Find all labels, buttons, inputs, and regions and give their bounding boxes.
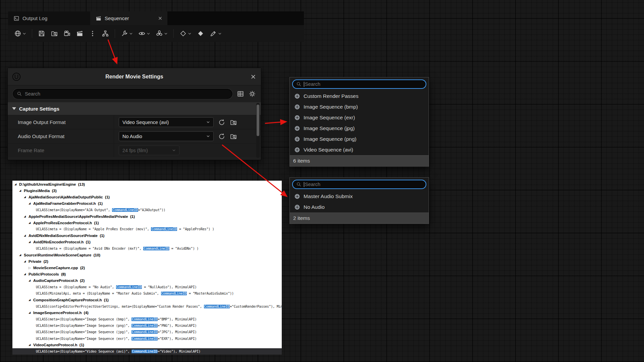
expanded-arrow-icon[interactable]: ◢ [29, 222, 33, 224]
result-code-row[interactable]: UCLASS(meta=(DisplayName="Video Sequence… [12, 348, 282, 355]
result-code-row[interactable]: UCLASS(meta=(DisplayName="Image Sequence… [12, 336, 282, 342]
result-tree-row[interactable]: ◢AppleProResMedia\Source\AppleProResMedi… [12, 213, 282, 220]
audio-output-format-dropdown[interactable]: No Audio [119, 131, 214, 141]
ellipsis-vertical-button[interactable] [87, 28, 98, 39]
tab-sequencer[interactable]: Sequencer [90, 11, 167, 25]
wrench-button[interactable] [119, 28, 135, 39]
format-popup-list: Custom Render PassesImage Sequence (bmp)… [290, 91, 429, 155]
close-icon[interactable] [158, 16, 162, 20]
settings-search-box[interactable] [13, 89, 232, 99]
result-tree-row[interactable]: ◢VideoCaptureProtocol.h (1) [12, 342, 282, 348]
expanded-arrow-icon[interactable]: ◢ [19, 189, 24, 192]
setting-row-frame-rate: Frame Rate24 fps (film) [8, 143, 261, 157]
settings-search-input[interactable] [25, 91, 228, 97]
dialog-title: Render Movie Settings [8, 74, 261, 80]
class-sphere-icon [294, 147, 300, 153]
result-tree-row[interactable]: ◢D:\github\UnrealEngine\Engine (13) [12, 181, 282, 187]
result-code-row[interactable]: UCLASS(meta = (DisplayName = "Avid DNx E… [12, 245, 282, 252]
class-sphere-icon [294, 193, 300, 199]
use-selected-icon[interactable] [218, 133, 225, 140]
result-code-row[interactable]: UCLASS(meta=(DisplayName="Image Sequence… [12, 322, 282, 329]
sequencer-window: Output Log Sequencer [8, 11, 304, 42]
eye-button[interactable] [136, 28, 152, 39]
popup-search-box[interactable] [292, 180, 426, 189]
popup-search-input[interactable] [305, 182, 422, 187]
save-button[interactable] [36, 28, 47, 39]
result-code-row[interactable]: UCLASS(meta=(DisplayName="Image Sequence… [12, 329, 282, 335]
tab-output-log[interactable]: Output Log [8, 11, 90, 25]
keyframe-diamond-filled-button[interactable] [195, 28, 206, 39]
expanded-arrow-icon[interactable]: ◢ [14, 183, 19, 186]
popup-item-no-audio[interactable]: No Audio [290, 202, 429, 213]
popup-item-label: Video Sequence (avi) [304, 147, 353, 153]
result-tree-row[interactable]: ▷MovieSceneCapture.cpp (2) [12, 264, 282, 271]
use-selected-icon[interactable] [218, 119, 225, 126]
popup-item-image-sequence-png[interactable]: Image Sequence (png) [290, 134, 429, 144]
curve-pen-button[interactable] [208, 28, 224, 39]
result-tree-row[interactable]: ◢AjaMedia\Source\AjaMediaOutput\Public (… [12, 194, 282, 200]
scrollbar-thumb[interactable] [257, 105, 259, 136]
expanded-arrow-icon[interactable]: ◢ [24, 215, 29, 218]
hierarchy-button[interactable] [100, 28, 111, 39]
camera-button[interactable] [61, 28, 73, 39]
result-code-row[interactable]: UCLASS(MinimalApi, meta = (DisplayName =… [12, 290, 282, 297]
expanded-arrow-icon[interactable]: ◢ [29, 202, 33, 205]
browse-icon[interactable] [230, 133, 237, 140]
result-code-row[interactable]: UCLASS(meta = (DisplayName = "No Audio",… [12, 284, 282, 290]
find-in-content-browser-button[interactable] [49, 28, 60, 39]
result-code-row[interactable]: UCLASS(meta = (DisplayName = "Apple ProR… [12, 226, 282, 232]
result-code-row[interactable]: UCLASS(meta=(DisplayName="Image Sequence… [12, 316, 282, 322]
result-code-row[interactable]: UCLASS(config=EditorPerProjectUserSettin… [12, 303, 282, 310]
result-tree-row[interactable]: ◢AvidDNxMedia\Source\Source\Private (1) [12, 233, 282, 239]
popup-item-custom-render-passes[interactable]: Custom Render Passes [290, 91, 429, 102]
globe-button[interactable] [12, 28, 28, 39]
result-tree-row[interactable]: ◢Private (2) [12, 258, 282, 264]
expanded-arrow-icon[interactable]: ◢ [29, 279, 33, 282]
popup-item-image-sequence-exr[interactable]: Image Sequence (exr) [290, 112, 429, 123]
result-path-text: AppleProResMedia\Source\AppleProResMedia… [29, 215, 135, 219]
search-match-highlight: CommandLineID [161, 292, 187, 295]
chevron-down-icon [129, 32, 133, 36]
result-tree-row[interactable]: ◢AvidDNxEncoderProtocol.h (1) [12, 239, 282, 245]
browse-icon[interactable] [230, 119, 237, 126]
popup-item-master-audio-submix[interactable]: Master Audio Submix [290, 191, 429, 202]
expanded-arrow-icon[interactable]: ◢ [24, 234, 29, 237]
dropdown-value: Video Sequence (avi) [122, 120, 204, 125]
keyframe-diamond-outline-button[interactable] [177, 28, 194, 39]
result-tree-row[interactable]: ◢AudioCaptureProtocol.h (2) [12, 278, 282, 284]
expanded-arrow-icon[interactable]: ◢ [19, 254, 24, 256]
result-tree-row[interactable]: ◢AjaMediaFrameGrabberProtocol.h (1) [12, 200, 282, 207]
popup-search-input[interactable] [305, 81, 422, 87]
expanded-arrow-icon[interactable]: ◢ [24, 260, 29, 263]
result-code-text: UCLASS(config=EditorPerProjectUserSettin… [36, 305, 282, 308]
result-tree-row[interactable]: ◢CompositionGraphCaptureProtocol.h (1) [12, 297, 282, 303]
capture-settings-section-header[interactable]: Capture Settings [8, 102, 261, 115]
gear-icon[interactable] [249, 90, 256, 98]
result-tree-row[interactable]: ◢ImageSequenceProtocol.h (4) [12, 310, 282, 316]
popup-item-video-sequence-avi[interactable]: Video Sequence (avi) [290, 144, 429, 155]
expanded-arrow-icon[interactable]: ◢ [24, 196, 29, 198]
expanded-arrow-icon[interactable]: ◢ [29, 344, 33, 346]
result-tree-row[interactable]: ◢Source\Runtime\MovieSceneCapture (10) [12, 252, 282, 258]
popup-item-image-sequence-bmp[interactable]: Image Sequence (bmp) [290, 102, 429, 112]
details-grid-icon[interactable] [237, 90, 244, 98]
search-match-highlight: CommandLineID [131, 324, 158, 327]
expanded-arrow-icon[interactable]: ◢ [24, 273, 29, 276]
expanded-arrow-icon[interactable]: ◢ [29, 299, 33, 301]
popup-item-image-sequence-jpg[interactable]: Image Sequence (jpg) [290, 123, 429, 134]
fan-button[interactable] [154, 28, 170, 39]
fan-icon [156, 30, 163, 37]
result-code-row[interactable]: UCLASS(meta=(DisplayName="AJA Output", C… [12, 207, 282, 213]
expanded-arrow-icon[interactable]: ◢ [29, 241, 33, 243]
result-code-text: UCLASS(meta = (DisplayName = "No Audio",… [36, 285, 197, 289]
setting-row-audio-output-format: Audio Output FormatNo Audio [8, 129, 261, 143]
result-tree-row[interactable]: ◢Plugins\Media (3) [12, 187, 282, 194]
close-icon[interactable] [251, 74, 256, 79]
clapperboard-button[interactable] [74, 28, 86, 39]
result-tree-row[interactable]: ◢AppleProResEncoderProtocol.h (1) [12, 220, 282, 226]
collapsed-arrow-icon[interactable]: ▷ [29, 266, 33, 269]
expanded-arrow-icon[interactable]: ◢ [29, 311, 33, 314]
popup-search-box[interactable] [292, 79, 426, 89]
image-output-format-dropdown[interactable]: Video Sequence (avi) [119, 117, 214, 127]
result-tree-row[interactable]: ◢Public\Protocols (8) [12, 271, 282, 278]
